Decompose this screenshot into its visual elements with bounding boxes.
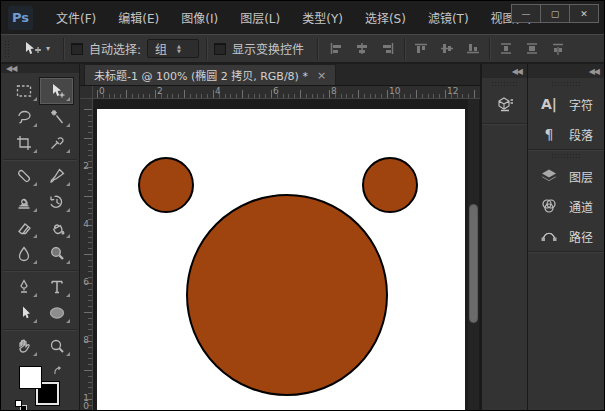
clone-stamp-icon	[15, 193, 33, 211]
tools-grid	[7, 78, 73, 359]
distribute-horizontal-centers-button[interactable]	[521, 39, 543, 59]
horizontal-ruler[interactable]: 0 2 4 6 8 10 12	[93, 86, 480, 99]
paths-panel-button[interactable]: 路径	[528, 221, 604, 251]
vertical-scrollbar-thumb[interactable]	[469, 204, 478, 323]
divider	[206, 38, 207, 60]
document-tab-title: 未标题-1 @ 100% (椭圆 2 拷贝, RGB/8) *	[94, 67, 308, 83]
paragraph-panel-icon: ¶	[539, 126, 559, 142]
photoshop-window: Ps 文件(F) 编辑(E) 图像(I) 图层(L) 类型(Y) 选择(S) 滤…	[0, 0, 605, 411]
default-colors-icon[interactable]	[15, 400, 27, 411]
auto-select-checkbox[interactable]	[71, 43, 83, 55]
ellipse-large[interactable]	[187, 195, 387, 395]
vertical-ruler[interactable]: 2 4 6 8 10	[80, 99, 93, 410]
ruler-corner[interactable]	[80, 86, 93, 99]
align-horizontal-centers-button[interactable]	[351, 39, 373, 59]
align-left-edges-button[interactable]	[325, 39, 347, 59]
pen-tool[interactable]	[7, 274, 40, 300]
move-tool[interactable]	[40, 78, 73, 104]
ellipse-tool[interactable]	[40, 300, 73, 326]
tools-collapse-header[interactable]: ◀◀	[1, 64, 79, 73]
document-canvas[interactable]	[97, 109, 465, 410]
paragraph-panel-label: 段落	[569, 126, 593, 143]
divider	[63, 38, 64, 60]
distribute-left-edges-button[interactable]	[495, 39, 517, 59]
menu-image[interactable]: 图像(I)	[170, 5, 229, 30]
maximize-button[interactable]: ▢	[540, 4, 570, 23]
show-transform-checkbox[interactable]	[214, 43, 226, 55]
hand-icon	[15, 337, 33, 355]
align-vertical-centers-button[interactable]	[436, 39, 458, 59]
type-icon	[48, 278, 66, 296]
minimize-button[interactable]: —	[511, 4, 541, 23]
menu-layer[interactable]: 图层(L)	[229, 5, 291, 30]
history-brush-tool[interactable]	[40, 189, 73, 215]
crop-tool[interactable]	[7, 130, 40, 156]
menu-select[interactable]: 选择(S)	[354, 5, 417, 30]
brush-tool[interactable]	[40, 163, 73, 189]
titlebar: Ps 文件(F) 编辑(E) 图像(I) 图层(L) 类型(Y) 选择(S) 滤…	[1, 1, 604, 34]
menu-edit[interactable]: 编辑(E)	[107, 5, 170, 30]
hand-tool[interactable]	[7, 333, 40, 359]
options-bar-grip[interactable]	[4, 40, 10, 58]
layers-panel-button[interactable]: 图层	[528, 161, 604, 191]
dock-grip[interactable]	[551, 153, 581, 159]
menu-filter[interactable]: 滤镜(T)	[417, 5, 480, 30]
vertical-scrollbar-track[interactable]	[468, 99, 479, 410]
history-brush-icon	[48, 193, 66, 211]
document-tab[interactable]: 未标题-1 @ 100% (椭圆 2 拷贝, RGB/8) * ×	[84, 64, 336, 85]
eraser-tool[interactable]	[7, 215, 40, 241]
ruler-label: 10	[389, 86, 400, 96]
dock-divider	[528, 251, 604, 252]
zoom-tool[interactable]	[40, 333, 73, 359]
paths-panel-icon	[539, 227, 559, 245]
align-right-edges-button[interactable]	[377, 39, 399, 59]
tool-preset-picker[interactable]: ▾	[15, 41, 56, 57]
blur-tool[interactable]	[7, 241, 40, 267]
canvas-region: 0 2 4 6 8 10 12 2 4 6 8 10	[80, 86, 480, 410]
lasso-tool[interactable]	[7, 104, 40, 130]
character-panel-button[interactable]: A| 字符	[528, 89, 604, 119]
ruler-label: 0	[99, 86, 105, 96]
type-tool[interactable]	[40, 274, 73, 300]
dock-collapse-header[interactable]: ◀◀	[528, 64, 604, 78]
layers-panel-label: 图层	[569, 168, 593, 185]
collapsed-dock-wide: ◀◀ A| 字符 ¶ 段落 图层	[528, 64, 604, 410]
ruler-label: 2	[81, 161, 91, 169]
magic-wand-icon	[48, 108, 66, 126]
channels-panel-icon	[539, 197, 559, 215]
paint-bucket-icon	[48, 219, 66, 237]
close-button[interactable]: ✕	[569, 4, 599, 23]
3d-cube-icon	[495, 94, 515, 114]
ellipse-small-left[interactable]	[139, 158, 193, 212]
spot-healing-brush-tool[interactable]	[7, 163, 40, 189]
magic-wand-tool[interactable]	[40, 104, 73, 130]
tools-divider	[7, 267, 73, 274]
path-selection-tool[interactable]	[7, 300, 40, 326]
dock-grip[interactable]	[491, 81, 519, 87]
swap-colors-icon[interactable]	[52, 363, 65, 382]
dock-collapse-header[interactable]: ◀◀	[482, 64, 527, 78]
align-top-edges-button[interactable]	[410, 39, 432, 59]
show-transform-label: 显示变换控件	[232, 40, 304, 57]
magnifier-icon	[48, 337, 66, 355]
auto-select-dropdown[interactable]: 组 ▲ ▼	[147, 39, 199, 58]
ellipse-small-right[interactable]	[363, 158, 417, 212]
rectangular-marquee-tool[interactable]	[7, 78, 40, 104]
channels-panel-button[interactable]: 通道	[528, 191, 604, 221]
distribute-right-edges-button[interactable]	[547, 39, 569, 59]
document-area: 未标题-1 @ 100% (椭圆 2 拷贝, RGB/8) * × 0 2 4 …	[80, 64, 480, 410]
lasso-icon	[15, 108, 33, 126]
align-bottom-edges-button[interactable]	[462, 39, 484, 59]
menu-file[interactable]: 文件(F)	[45, 5, 107, 30]
paint-bucket-tool[interactable]	[40, 215, 73, 241]
dock-grip[interactable]	[551, 81, 581, 87]
tab-close-icon[interactable]: ×	[317, 69, 326, 82]
eyedropper-tool[interactable]	[40, 130, 73, 156]
3d-panel-button[interactable]	[487, 91, 523, 117]
dodge-tool[interactable]	[40, 241, 73, 267]
paragraph-panel-button[interactable]: ¶ 段落	[528, 119, 604, 149]
clone-stamp-tool[interactable]	[7, 189, 40, 215]
menu-type[interactable]: 类型(Y)	[291, 5, 354, 30]
foreground-color-swatch[interactable]	[19, 366, 42, 389]
layers-panel-icon	[539, 167, 559, 185]
